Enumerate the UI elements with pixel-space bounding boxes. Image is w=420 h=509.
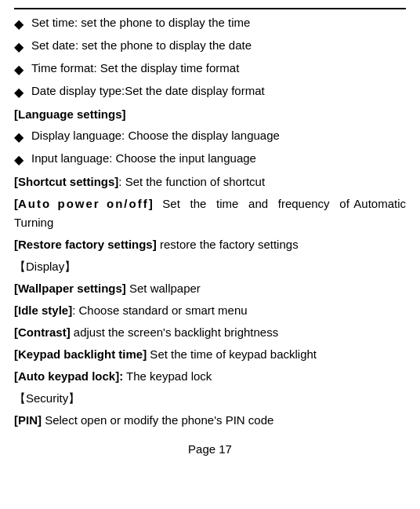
top-divider [14, 8, 406, 9]
list-item: ◆ Input language: Choose the input langu… [14, 150, 406, 169]
shortcut-normal: : Set the function of shortcut [118, 175, 265, 188]
contrast-normal: adjust the screen's backlight brightness [71, 325, 279, 339]
list-item: ◆ Set date: set the phone to display the… [14, 37, 406, 56]
auto-keypad-line: [Auto keypad lock]: The keypad lock [14, 367, 406, 386]
idle-normal: : Choose standard or smart menu [72, 304, 247, 317]
restore-bold: [Restore factory settings] [14, 238, 157, 251]
restore-line: [Restore factory settings] restore the f… [14, 235, 406, 254]
restore-normal: restore the factory settings [157, 238, 299, 251]
bullet-icon: ◆ [14, 38, 24, 56]
pin-line: [PIN] Select open or modify the phone's … [14, 411, 406, 430]
display-heading-text: 【Display】 [14, 260, 76, 273]
language-heading-text: [Language settings] [14, 107, 126, 121]
bullet-icon: ◆ [14, 83, 24, 102]
list-item-text: Time format: Set the display time format [31, 60, 239, 78]
language-heading: [Language settings] [14, 105, 406, 124]
bullet-icon: ◆ [14, 15, 24, 34]
contrast-line: [Contrast] adjust the screen's backlight… [14, 323, 406, 342]
auto-power-bold: [Auto power on/off] [14, 197, 153, 210]
wallpaper-normal: Set wallpaper [126, 282, 201, 295]
keypad-normal: Set the time of keypad backlight [147, 347, 317, 361]
keypad-bold: [Keypad backlight time] [14, 347, 147, 361]
bullet-icon: ◆ [14, 128, 24, 147]
list-item: ◆ Date display type:Set the date display… [14, 82, 406, 102]
pin-bold: [PIN] [14, 413, 42, 427]
auto-power-line: [Auto power on/off] Set the time and fre… [14, 195, 406, 232]
list-item-text: Display language: Choose the display lan… [31, 127, 280, 145]
list-item: ◆ Set time: set the phone to display the… [14, 14, 406, 34]
list-item: ◆ Display language: Choose the display l… [14, 127, 406, 147]
shortcut-bold: [Shortcut settings] [14, 175, 118, 188]
auto-keypad-bold: [Auto keypad lock]: [14, 369, 123, 383]
time-bullet-list: ◆ Set time: set the phone to display the… [14, 14, 406, 102]
idle-line: [Idle style]: Choose standard or smart m… [14, 301, 406, 320]
wallpaper-bold: [Wallpaper settings] [14, 282, 126, 295]
page-number: Page 17 [188, 442, 232, 456]
display-heading: 【Display】 [14, 257, 406, 276]
keypad-line: [Keypad backlight time] Set the time of … [14, 345, 406, 364]
bullet-icon: ◆ [14, 151, 24, 169]
wallpaper-line: [Wallpaper settings] Set wallpaper [14, 279, 406, 298]
contrast-bold: [Contrast] [14, 325, 71, 339]
pin-normal: Select open or modify the phone's PIN co… [42, 413, 273, 427]
list-item-text: Date display type:Set the date display f… [31, 82, 265, 100]
security-heading-text: 【Security】 [14, 391, 80, 405]
idle-bold: [Idle style] [14, 304, 72, 317]
page-footer: Page 17 [14, 442, 406, 456]
list-item-text: Input language: Choose the input languag… [31, 150, 256, 168]
list-item: ◆ Time format: Set the display time form… [14, 60, 406, 79]
list-item-text: Set time: set the phone to display the t… [31, 14, 250, 32]
shortcut-line: [Shortcut settings]: Set the function of… [14, 173, 406, 191]
list-item-text: Set date: set the phone to display the d… [31, 37, 252, 55]
bullet-icon: ◆ [14, 60, 24, 79]
language-bullet-list: ◆ Display language: Choose the display l… [14, 127, 406, 169]
security-heading: 【Security】 [14, 389, 406, 408]
auto-keypad-normal: The keypad lock [123, 369, 212, 383]
